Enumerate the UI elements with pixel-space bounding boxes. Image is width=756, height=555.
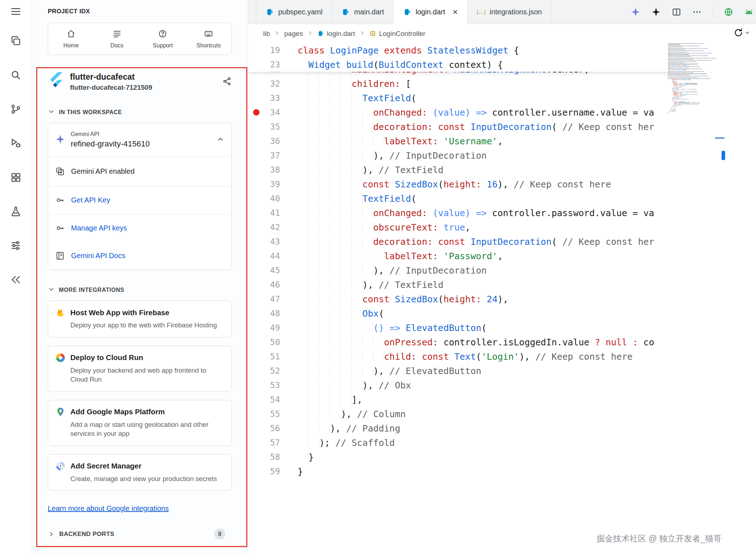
code-text[interactable]: () => ElevatedButton( — [280, 323, 487, 333]
code-text[interactable]: onPressed: controller.isLoggedIn.value ?… — [280, 337, 654, 348]
code-line-50[interactable]: 50onPressed: controller.isLoggedIn.value… — [248, 335, 668, 349]
line-number[interactable]: 33 — [248, 93, 280, 103]
code-lines[interactable]: 31mainAxisAlignment: MainAxisAlignment.c… — [248, 72, 668, 555]
nav-item-support[interactable]: Support — [140, 29, 186, 49]
line-number[interactable]: 19 — [248, 46, 280, 55]
breadcrumb-item-lib[interactable]: lib — [263, 30, 270, 38]
code-text[interactable]: TextField( — [280, 193, 416, 204]
line-number[interactable]: 57 — [248, 438, 280, 447]
line-number[interactable]: 32 — [248, 79, 280, 88]
source-control-icon[interactable] — [8, 101, 24, 117]
gemini-sparkle-dark-icon[interactable] — [651, 7, 661, 17]
code-text[interactable]: ), // InputDecoration — [280, 150, 487, 161]
code-line-44[interactable]: 44labelText: 'Password', — [248, 249, 668, 263]
code-text[interactable]: } — [280, 452, 314, 462]
code-text[interactable]: ); // Scaffold — [280, 438, 395, 448]
nav-item-shortcuts[interactable]: Shortcuts — [186, 29, 232, 49]
code-text[interactable]: ), // Obx — [280, 380, 411, 391]
line-number[interactable]: 48 — [248, 309, 280, 318]
breadcrumb-item-LoginController[interactable]: LoginController — [369, 30, 425, 38]
line-number[interactable]: 50 — [248, 337, 280, 347]
files-icon[interactable] — [8, 33, 24, 49]
code-text[interactable]: onChanged: (value) => controller.passwor… — [280, 208, 654, 218]
line-number[interactable]: 56 — [248, 424, 280, 433]
code-text[interactable]: child: const Text('Login'), // Keep cons… — [280, 351, 633, 362]
code-line-42[interactable]: 42obscureText: true, — [248, 220, 668, 234]
code-line-45[interactable]: 45), // InputDecoration — [248, 263, 668, 278]
code-line-59[interactable]: 59} — [248, 464, 668, 479]
code-line-41[interactable]: 41onChanged: (value) => controller.passw… — [248, 206, 668, 220]
code-line-34[interactable]: 34onChanged: (value) => controller.usern… — [248, 105, 668, 120]
code-line-38[interactable]: 38), // TextField — [248, 163, 668, 177]
code-text[interactable]: TextField( — [280, 93, 416, 103]
globe-icon[interactable] — [724, 7, 733, 17]
code-text[interactable]: ), // TextField — [280, 165, 443, 175]
code-text[interactable]: } — [280, 466, 303, 477]
code-line-58[interactable]: 58} — [248, 450, 668, 464]
code-line-47[interactable]: 47const SizedBox(height: 24), — [248, 292, 668, 306]
code-line-52[interactable]: 52), // ElevatedButton — [248, 364, 668, 378]
gemini-link-manage-api-keys[interactable]: Manage API keys — [48, 214, 232, 242]
more-icon[interactable] — [692, 7, 702, 17]
minimap[interactable] — [668, 43, 725, 555]
line-number[interactable]: 42 — [248, 223, 280, 232]
code-line-36[interactable]: 36labelText: 'Username', — [248, 134, 668, 148]
code-line-39[interactable]: 39const SizedBox(height: 16), // Keep co… — [248, 177, 668, 191]
code-text[interactable]: ), // Column — [280, 409, 406, 419]
line-number[interactable]: 54 — [248, 395, 280, 404]
breadcrumb-item-login.dart[interactable]: login.dart — [317, 30, 355, 38]
code-line-19[interactable]: 19class LoginPage extends StatelessWidge… — [248, 43, 668, 57]
code-text[interactable]: ), // ElevatedButton — [280, 366, 481, 376]
breakpoint-dot[interactable] — [253, 109, 260, 116]
line-number[interactable]: 47 — [248, 294, 280, 304]
backend-ports-header[interactable]: BACKEND PORTS 8 — [48, 528, 232, 540]
code-text[interactable]: decoration: const InputDecoration( // Ke… — [280, 237, 654, 247]
code-text[interactable]: labelText: 'Username', — [280, 136, 503, 146]
flutter-inspector-icon[interactable] — [8, 272, 24, 288]
line-number[interactable]: 41 — [248, 208, 280, 218]
integrations-section-header[interactable]: MORE INTEGRATIONS — [48, 286, 232, 294]
share-icon[interactable] — [222, 76, 232, 88]
code-text[interactable]: onChanged: (value) => controller.usernam… — [280, 107, 654, 118]
workspace-section-header[interactable]: IN THIS WORKSPACE — [48, 108, 232, 117]
minimap-slider[interactable] — [722, 151, 725, 160]
line-number[interactable]: 35 — [248, 122, 280, 131]
android-icon[interactable] — [744, 7, 754, 17]
code-text[interactable]: mainAxisAlignment: MainAxisAlignment.cen… — [280, 72, 589, 75]
line-number[interactable]: 55 — [248, 409, 280, 419]
run-debug-icon[interactable] — [8, 135, 24, 151]
code-line-43[interactable]: 43decoration: const InputDecoration( // … — [248, 234, 668, 249]
line-number[interactable]: 38 — [248, 165, 280, 174]
line-number[interactable]: 52 — [248, 366, 280, 376]
line-number[interactable]: 31 — [248, 72, 280, 74]
code-line-49[interactable]: 49() => ElevatedButton( — [248, 321, 668, 335]
code-text[interactable]: decoration: const InputDecoration( // Ke… — [280, 122, 654, 132]
nav-item-home[interactable]: Home — [48, 29, 94, 49]
tab-main.dart[interactable]: main.dart — [332, 0, 393, 24]
tab-integrations.json[interactable]: {..}integrations.json — [468, 0, 552, 24]
close-icon[interactable]: ✕ — [452, 8, 458, 16]
code-text[interactable]: children: [ — [280, 79, 411, 89]
line-number[interactable]: 59 — [248, 467, 280, 476]
search-icon[interactable] — [8, 67, 24, 83]
line-number[interactable]: 51 — [248, 352, 280, 361]
code-line-55[interactable]: 55), // Column — [248, 407, 668, 421]
gemini-link-gemini-api-docs[interactable]: Gemini API Docs — [48, 242, 232, 270]
line-number[interactable]: 45 — [248, 266, 280, 275]
tab-login.dart[interactable]: login.dart✕ — [394, 0, 468, 24]
line-number[interactable]: 49 — [248, 323, 280, 332]
code-text[interactable]: const SizedBox(height: 16), // Keep cons… — [280, 179, 611, 190]
tune-icon[interactable] — [8, 238, 24, 253]
code-area[interactable]: 31mainAxisAlignment: MainAxisAlignment.c… — [248, 43, 756, 555]
code-line-53[interactable]: 53), // Obx — [248, 378, 668, 392]
split-editor-icon[interactable] — [672, 7, 681, 17]
code-line-31[interactable]: 31mainAxisAlignment: MainAxisAlignment.c… — [248, 72, 668, 76]
integration-card-add-secret-manager[interactable]: Add Secret ManagerCreate, manage and vie… — [48, 454, 232, 491]
code-line-35[interactable]: 35decoration: const InputDecoration( // … — [248, 120, 668, 134]
code-line-48[interactable]: 48Obx( — [248, 306, 668, 321]
code-line-57[interactable]: 57); // Scaffold — [248, 435, 668, 450]
code-text[interactable]: class LoginPage extends StatelessWidget … — [280, 45, 519, 56]
line-number[interactable]: 23 — [248, 60, 280, 69]
gemini-sparkle-color-icon[interactable] — [631, 7, 640, 17]
code-text[interactable]: obscureText: true, — [280, 222, 471, 233]
